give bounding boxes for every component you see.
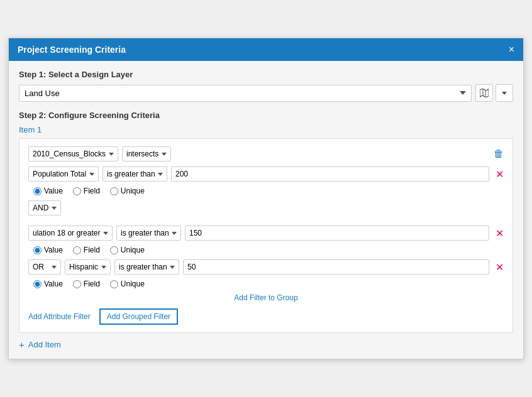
add-item-label: Add Item	[28, 340, 61, 349]
filter3-radio-field[interactable]	[73, 280, 81, 288]
layer-icons	[475, 84, 513, 102]
filter3-value-input[interactable]	[183, 259, 489, 275]
layer-chevron-btn[interactable]	[496, 84, 513, 102]
filter2-field-select[interactable]: ulation 18 or greater	[28, 226, 113, 241]
connector-row: AND OR	[28, 200, 504, 220]
filter2-row: ulation 18 or greater is greater than ✕	[28, 226, 504, 241]
filter2-value-input[interactable]	[185, 226, 489, 241]
dialog-title: Project Screening Criteria	[18, 45, 126, 55]
map-icon	[480, 89, 489, 97]
criteria-box: 2010_Census_Blocks intersects 🗑 Populati…	[19, 138, 513, 333]
add-attribute-filter-button[interactable]: Add Attribute Filter	[28, 310, 91, 324]
item-label: Item 1	[19, 125, 513, 134]
filter1-radio-row: Value Field Unique	[33, 187, 504, 195]
filter3-radio-value[interactable]	[33, 280, 42, 288]
step2-label: Step 2: Configure Screening Criteria	[19, 111, 513, 120]
step1-row: Land Use	[19, 84, 513, 102]
filter3-connector-select[interactable]: OR AND	[28, 259, 61, 275]
filter2-radio-value-text: Value	[44, 246, 63, 254]
filter2-remove-button[interactable]: ✕	[496, 227, 504, 239]
filter3-radio-row: Value Field Unique	[33, 280, 504, 288]
row1-field-select[interactable]: 2010_Census_Blocks	[28, 146, 118, 161]
dialog: Project Screening Criteria × Step 1: Sel…	[8, 38, 524, 359]
svg-marker-0	[480, 89, 489, 97]
filter3-radio-value-label[interactable]: Value	[33, 280, 63, 288]
filter3-radio-unique-text: Unique	[121, 280, 145, 288]
filter3-radio-value-text: Value	[44, 280, 63, 288]
filter2-radio-value-label[interactable]: Value	[33, 246, 63, 254]
close-button[interactable]: ×	[509, 45, 514, 55]
filter1-radio-unique-text: Unique	[121, 187, 145, 195]
filter3-radio-field-label[interactable]: Field	[73, 280, 100, 288]
filter2-radio-row: Value Field Unique	[33, 246, 504, 254]
filter1-value-input[interactable]	[171, 166, 489, 182]
filter1-field-select[interactable]: Population Total	[28, 166, 99, 182]
filter3-operator-select[interactable]: is greater than	[114, 259, 179, 275]
filter1-remove-button[interactable]: ✕	[496, 168, 504, 180]
layer-select[interactable]: Land Use	[19, 85, 472, 102]
filter3-row: OR AND Hispanic is greater than ✕	[28, 259, 504, 275]
filter3-remove-button[interactable]: ✕	[496, 261, 504, 273]
filter1-radio-value[interactable]	[33, 187, 42, 195]
layer-icon-map[interactable]	[475, 84, 493, 102]
filter1-operator-select[interactable]: is greater than	[103, 166, 167, 182]
filter2-radio-field-text: Field	[84, 246, 100, 254]
dialog-body: Step 1: Select a Design Layer Land Use	[9, 61, 523, 359]
plus-icon: +	[19, 339, 25, 350]
filter3-radio-unique-label[interactable]: Unique	[110, 280, 145, 288]
filter2-radio-field-label[interactable]: Field	[73, 246, 100, 254]
filter3-radio-unique[interactable]	[110, 280, 118, 288]
filter1-radio-unique-label[interactable]: Unique	[110, 187, 145, 195]
filter1-row: Population Total is greater than ✕	[28, 166, 504, 182]
filter1-radio-unique[interactable]	[110, 187, 118, 195]
filter1-radio-field[interactable]	[73, 187, 81, 195]
criteria-row1: 2010_Census_Blocks intersects 🗑	[28, 146, 504, 161]
dialog-header: Project Screening Criteria ×	[9, 38, 523, 61]
filter1-radio-field-label[interactable]: Field	[73, 187, 100, 195]
step1-label: Step 1: Select a Design Layer	[19, 70, 513, 79]
filter2-radio-field[interactable]	[73, 246, 81, 254]
filter3-field-select[interactable]: Hispanic	[65, 259, 111, 275]
filter1-radio-field-text: Field	[84, 187, 100, 195]
filter2-radio-unique-label[interactable]: Unique	[110, 246, 145, 254]
filter1-radio-value-label[interactable]: Value	[33, 187, 63, 195]
filter3-radio-field-text: Field	[84, 280, 100, 288]
delete-row1-button[interactable]: 🗑	[494, 148, 504, 160]
filter1-radio-value-text: Value	[44, 187, 63, 195]
filter2-radio-unique[interactable]	[110, 246, 118, 254]
add-grouped-filter-button[interactable]: Add Grouped Filter	[99, 308, 178, 325]
filter2-radio-unique-text: Unique	[121, 246, 145, 254]
add-item-row[interactable]: + Add Item	[19, 339, 513, 350]
add-filter-to-group-link[interactable]: Add Filter to Group	[28, 293, 504, 302]
chevron-down-icon	[502, 92, 507, 95]
connector-select[interactable]: AND OR	[28, 200, 61, 215]
row1-operator-select[interactable]: intersects	[122, 146, 171, 161]
filter2-operator-select[interactable]: is greater than	[116, 226, 181, 241]
filter2-radio-value[interactable]	[33, 246, 42, 254]
bottom-links: Add Attribute Filter Add Grouped Filter	[28, 308, 504, 325]
